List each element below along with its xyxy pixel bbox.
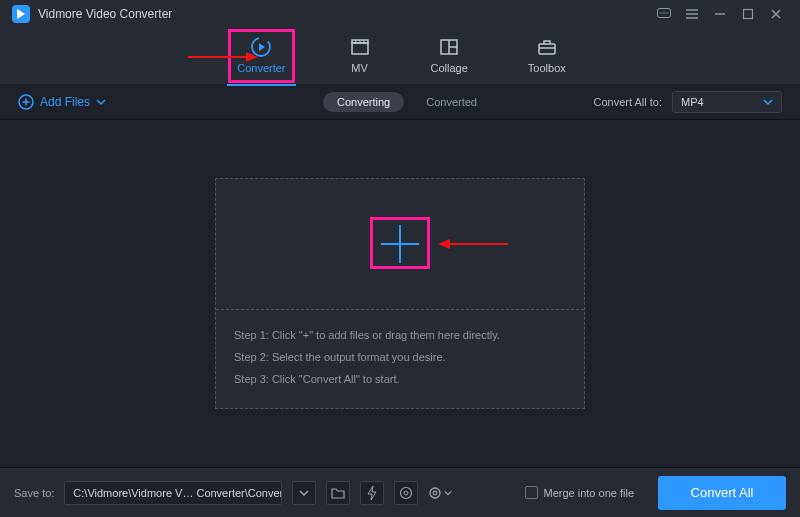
hardware-accel-button[interactable] (360, 481, 384, 505)
tab-label: Converter (237, 62, 285, 74)
menu-icon[interactable] (678, 0, 706, 28)
save-to-dropdown-button[interactable] (292, 481, 316, 505)
high-speed-button[interactable] (394, 481, 418, 505)
main-tabs: Converter MV Collage Toolbox (0, 28, 800, 84)
dropzone-step: Step 2: Select the output format you des… (234, 346, 566, 368)
merge-into-one-file-checkbox[interactable]: Merge into one file (525, 486, 635, 499)
app-title: Vidmore Video Converter (38, 7, 172, 21)
tab-toolbox[interactable]: Toolbox (522, 32, 572, 80)
svg-point-2 (663, 12, 665, 14)
svg-rect-19 (539, 44, 555, 54)
checkbox-box (525, 486, 538, 499)
dropzone-step: Step 3: Click "Convert All" to start. (234, 368, 566, 390)
convert-all-to-label: Convert All to: (594, 96, 662, 108)
settings-button[interactable] (428, 481, 452, 505)
tab-label: Collage (431, 62, 468, 74)
svg-point-30 (430, 488, 440, 498)
add-files-label: Add Files (40, 95, 90, 109)
sub-toolbar: Add Files Converting Converted Convert A… (0, 84, 800, 120)
grid-icon (438, 36, 460, 58)
svg-rect-12 (352, 43, 368, 54)
chevron-down-icon (299, 488, 309, 498)
format-selected-value: MP4 (681, 96, 704, 108)
dropzone-step: Step 1: Click "+" to add files or drag t… (234, 324, 566, 346)
plus-circle-icon (18, 94, 34, 110)
toolbox-icon (536, 36, 558, 58)
save-to-path-input[interactable]: C:\Vidmore\Vidmore V… Converter\Converte… (64, 481, 282, 505)
tab-label: Toolbox (528, 62, 566, 74)
format-select[interactable]: MP4 (672, 91, 782, 113)
maximize-icon[interactable] (734, 0, 762, 28)
annotation-highlight-plus (370, 217, 430, 269)
content-area: Step 1: Click "+" to add files or drag t… (0, 120, 800, 467)
app-logo (12, 5, 30, 23)
svg-point-29 (404, 491, 408, 495)
clapperboard-icon (349, 36, 371, 58)
convert-all-button[interactable]: Convert All (658, 476, 786, 510)
svg-point-3 (666, 12, 668, 14)
bolt-off-icon (366, 486, 378, 500)
subtab-converted[interactable]: Converted (426, 96, 477, 108)
minimize-icon[interactable] (706, 0, 734, 28)
tab-label: MV (351, 62, 368, 74)
dropzone-instructions: Step 1: Click "+" to add files or drag t… (216, 309, 584, 408)
subtab-converting[interactable]: Converting (323, 92, 404, 112)
spinner-play-icon (250, 36, 272, 58)
close-icon[interactable] (762, 0, 790, 28)
svg-point-31 (434, 491, 438, 495)
tab-mv[interactable]: MV (343, 32, 377, 80)
folder-icon (331, 487, 345, 499)
annotation-arrow-to-plus (438, 237, 508, 251)
chevron-down-icon (96, 97, 106, 107)
merge-label: Merge into one file (544, 487, 635, 499)
chevron-down-icon (763, 97, 773, 107)
svg-point-1 (660, 12, 662, 14)
convert-all-label: Convert All (691, 485, 754, 500)
tab-collage[interactable]: Collage (425, 32, 474, 80)
bottom-bar: Save to: C:\Vidmore\Vidmore V… Converter… (0, 467, 800, 517)
rocket-icon (399, 486, 413, 500)
chevron-down-icon (444, 489, 452, 497)
add-files-button[interactable]: Add Files (18, 94, 106, 110)
tab-converter[interactable]: Converter (228, 29, 294, 83)
svg-rect-8 (744, 10, 753, 19)
feedback-icon[interactable] (650, 0, 678, 28)
open-folder-button[interactable] (326, 481, 350, 505)
dropzone[interactable]: Step 1: Click "+" to add files or drag t… (215, 178, 585, 409)
gear-icon (428, 486, 442, 500)
titlebar: Vidmore Video Converter (0, 0, 800, 28)
save-to-label: Save to: (14, 487, 54, 499)
svg-point-28 (401, 487, 412, 498)
